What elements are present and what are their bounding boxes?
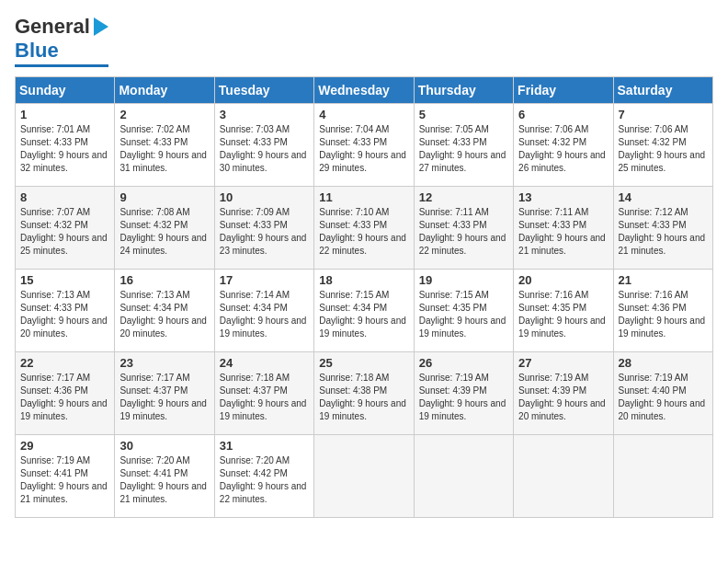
col-header-saturday: Saturday bbox=[613, 77, 712, 104]
day-number: 11 bbox=[319, 190, 408, 204]
calendar-cell: 31Sunrise: 7:20 AMSunset: 4:42 PMDayligh… bbox=[214, 435, 313, 518]
calendar-cell: 3Sunrise: 7:03 AMSunset: 4:33 PMDaylight… bbox=[214, 104, 313, 187]
calendar-cell bbox=[613, 435, 712, 518]
calendar-cell bbox=[414, 435, 513, 518]
calendar-cell: 22Sunrise: 7:17 AMSunset: 4:36 PMDayligh… bbox=[16, 352, 115, 435]
day-number: 21 bbox=[619, 273, 708, 287]
day-number: 7 bbox=[619, 108, 708, 121]
day-info: Sunrise: 7:01 AMSunset: 4:33 PMDaylight:… bbox=[20, 123, 109, 175]
day-number: 24 bbox=[220, 356, 309, 370]
calendar-cell: 30Sunrise: 7:20 AMSunset: 4:41 PMDayligh… bbox=[115, 435, 214, 518]
day-number: 27 bbox=[518, 356, 608, 370]
day-info: Sunrise: 7:13 AMSunset: 4:33 PMDaylight:… bbox=[20, 289, 109, 340]
day-info: Sunrise: 7:12 AMSunset: 4:33 PMDaylight:… bbox=[619, 206, 708, 258]
calendar-cell: 1Sunrise: 7:01 AMSunset: 4:33 PMDaylight… bbox=[16, 104, 115, 187]
day-info: Sunrise: 7:19 AMSunset: 4:39 PMDaylight:… bbox=[518, 372, 608, 423]
day-number: 19 bbox=[419, 273, 508, 287]
day-info: Sunrise: 7:06 AMSunset: 4:32 PMDaylight:… bbox=[518, 123, 608, 175]
day-info: Sunrise: 7:19 AMSunset: 4:41 PMDaylight:… bbox=[20, 454, 109, 506]
day-number: 16 bbox=[119, 273, 209, 287]
col-header-monday: Monday bbox=[115, 77, 214, 104]
calendar-cell: 13Sunrise: 7:11 AMSunset: 4:33 PMDayligh… bbox=[514, 187, 613, 270]
header: General Blue bbox=[15, 15, 713, 67]
calendar-cell: 7Sunrise: 7:06 AMSunset: 4:32 PMDaylight… bbox=[613, 104, 712, 187]
day-info: Sunrise: 7:15 AMSunset: 4:35 PMDaylight:… bbox=[419, 289, 508, 340]
calendar-cell: 17Sunrise: 7:14 AMSunset: 4:34 PMDayligh… bbox=[214, 270, 313, 352]
day-info: Sunrise: 7:13 AMSunset: 4:34 PMDaylight:… bbox=[119, 289, 209, 340]
day-info: Sunrise: 7:09 AMSunset: 4:33 PMDaylight:… bbox=[220, 206, 309, 258]
calendar-table: SundayMondayTuesdayWednesdayThursdayFrid… bbox=[15, 76, 713, 518]
day-info: Sunrise: 7:17 AMSunset: 4:37 PMDaylight:… bbox=[119, 372, 209, 423]
day-info: Sunrise: 7:02 AMSunset: 4:33 PMDaylight:… bbox=[119, 123, 209, 175]
col-header-wednesday: Wednesday bbox=[314, 77, 414, 104]
day-info: Sunrise: 7:16 AMSunset: 4:35 PMDaylight:… bbox=[518, 289, 608, 340]
day-number: 20 bbox=[518, 273, 608, 287]
day-number: 4 bbox=[319, 108, 408, 121]
day-info: Sunrise: 7:06 AMSunset: 4:32 PMDaylight:… bbox=[619, 123, 708, 175]
calendar-cell: 29Sunrise: 7:19 AMSunset: 4:41 PMDayligh… bbox=[16, 435, 115, 518]
calendar-cell: 18Sunrise: 7:15 AMSunset: 4:34 PMDayligh… bbox=[314, 270, 414, 352]
calendar-cell: 5Sunrise: 7:05 AMSunset: 4:33 PMDaylight… bbox=[414, 104, 513, 187]
calendar-cell: 24Sunrise: 7:18 AMSunset: 4:37 PMDayligh… bbox=[214, 352, 313, 435]
day-number: 18 bbox=[319, 273, 408, 287]
calendar-cell: 9Sunrise: 7:08 AMSunset: 4:32 PMDaylight… bbox=[115, 187, 214, 270]
calendar-cell: 15Sunrise: 7:13 AMSunset: 4:33 PMDayligh… bbox=[16, 270, 115, 352]
calendar-cell: 23Sunrise: 7:17 AMSunset: 4:37 PMDayligh… bbox=[115, 352, 214, 435]
logo-general: General bbox=[15, 15, 90, 39]
day-info: Sunrise: 7:20 AMSunset: 4:41 PMDaylight:… bbox=[119, 454, 209, 506]
week-row-2: 8Sunrise: 7:07 AMSunset: 4:32 PMDaylight… bbox=[16, 187, 713, 270]
day-number: 30 bbox=[119, 439, 209, 453]
day-number: 10 bbox=[220, 190, 309, 204]
day-number: 5 bbox=[419, 108, 508, 121]
col-header-sunday: Sunday bbox=[16, 77, 115, 104]
day-number: 25 bbox=[319, 356, 408, 370]
week-row-5: 29Sunrise: 7:19 AMSunset: 4:41 PMDayligh… bbox=[16, 435, 713, 518]
day-info: Sunrise: 7:19 AMSunset: 4:39 PMDaylight:… bbox=[419, 372, 508, 423]
day-info: Sunrise: 7:15 AMSunset: 4:34 PMDaylight:… bbox=[319, 289, 408, 340]
day-info: Sunrise: 7:18 AMSunset: 4:37 PMDaylight:… bbox=[220, 372, 309, 423]
logo-arrow-icon bbox=[94, 17, 108, 36]
day-number: 29 bbox=[20, 439, 109, 453]
day-info: Sunrise: 7:11 AMSunset: 4:33 PMDaylight:… bbox=[419, 206, 508, 258]
calendar-cell: 21Sunrise: 7:16 AMSunset: 4:36 PMDayligh… bbox=[613, 270, 712, 352]
day-info: Sunrise: 7:07 AMSunset: 4:32 PMDaylight:… bbox=[20, 206, 109, 258]
day-number: 22 bbox=[20, 356, 109, 370]
calendar-cell: 28Sunrise: 7:19 AMSunset: 4:40 PMDayligh… bbox=[613, 352, 712, 435]
day-info: Sunrise: 7:19 AMSunset: 4:40 PMDaylight:… bbox=[619, 372, 708, 423]
day-number: 13 bbox=[518, 190, 608, 204]
day-info: Sunrise: 7:16 AMSunset: 4:36 PMDaylight:… bbox=[619, 289, 708, 340]
logo: General Blue bbox=[15, 15, 108, 67]
calendar-cell: 26Sunrise: 7:19 AMSunset: 4:39 PMDayligh… bbox=[414, 352, 513, 435]
col-header-tuesday: Tuesday bbox=[214, 77, 313, 104]
day-number: 15 bbox=[20, 273, 109, 287]
day-info: Sunrise: 7:18 AMSunset: 4:38 PMDaylight:… bbox=[319, 372, 408, 423]
day-number: 1 bbox=[20, 108, 109, 121]
day-info: Sunrise: 7:05 AMSunset: 4:33 PMDaylight:… bbox=[419, 123, 508, 175]
day-number: 9 bbox=[119, 190, 209, 204]
day-info: Sunrise: 7:03 AMSunset: 4:33 PMDaylight:… bbox=[220, 123, 309, 175]
day-info: Sunrise: 7:14 AMSunset: 4:34 PMDaylight:… bbox=[220, 289, 309, 340]
day-number: 2 bbox=[119, 108, 209, 121]
day-info: Sunrise: 7:08 AMSunset: 4:32 PMDaylight:… bbox=[119, 206, 209, 258]
day-info: Sunrise: 7:10 AMSunset: 4:33 PMDaylight:… bbox=[319, 206, 408, 258]
calendar-cell: 8Sunrise: 7:07 AMSunset: 4:32 PMDaylight… bbox=[16, 187, 115, 270]
calendar-cell: 19Sunrise: 7:15 AMSunset: 4:35 PMDayligh… bbox=[414, 270, 513, 352]
calendar-cell: 27Sunrise: 7:19 AMSunset: 4:39 PMDayligh… bbox=[514, 352, 613, 435]
calendar-cell bbox=[514, 435, 613, 518]
day-number: 28 bbox=[619, 356, 708, 370]
calendar-cell: 6Sunrise: 7:06 AMSunset: 4:32 PMDaylight… bbox=[514, 104, 613, 187]
calendar-cell: 25Sunrise: 7:18 AMSunset: 4:38 PMDayligh… bbox=[314, 352, 414, 435]
day-number: 6 bbox=[518, 108, 608, 121]
calendar-cell: 4Sunrise: 7:04 AMSunset: 4:33 PMDaylight… bbox=[314, 104, 414, 187]
calendar-cell: 10Sunrise: 7:09 AMSunset: 4:33 PMDayligh… bbox=[214, 187, 313, 270]
day-number: 8 bbox=[20, 190, 109, 204]
day-number: 14 bbox=[619, 190, 708, 204]
day-number: 12 bbox=[419, 190, 508, 204]
day-number: 31 bbox=[220, 439, 309, 453]
calendar-cell: 16Sunrise: 7:13 AMSunset: 4:34 PMDayligh… bbox=[115, 270, 214, 352]
day-info: Sunrise: 7:20 AMSunset: 4:42 PMDaylight:… bbox=[220, 454, 309, 506]
day-info: Sunrise: 7:11 AMSunset: 4:33 PMDaylight:… bbox=[518, 206, 608, 258]
day-number: 26 bbox=[419, 356, 508, 370]
day-number: 3 bbox=[220, 108, 309, 121]
calendar-cell: 12Sunrise: 7:11 AMSunset: 4:33 PMDayligh… bbox=[414, 187, 513, 270]
